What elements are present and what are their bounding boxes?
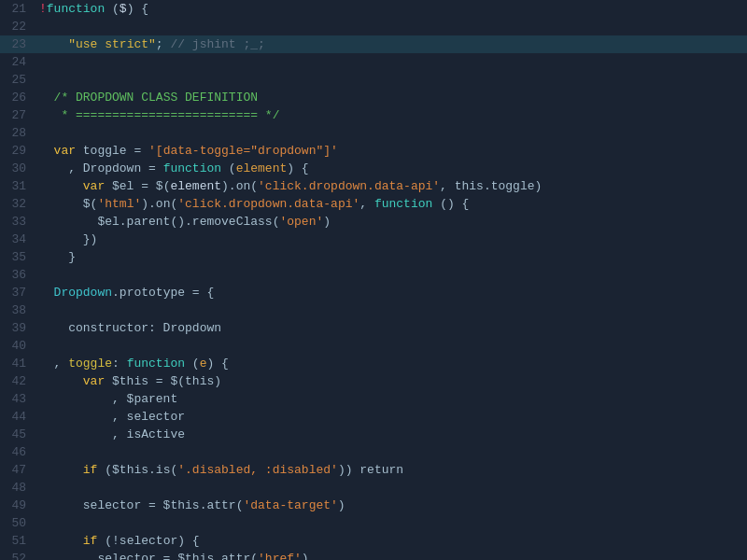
- code-token: '[data-toggle="dropdown"]': [148, 144, 338, 158]
- line-content: [35, 479, 747, 497]
- line-content: [35, 301, 747, 319]
- code-token: ) {: [287, 161, 308, 175]
- line-number: 39: [0, 321, 35, 335]
- line-content: , isActive: [35, 426, 747, 443]
- code-token: ).on(: [221, 179, 258, 193]
- code-token: 'href': [258, 552, 302, 560]
- line-number: 50: [0, 516, 35, 530]
- code-token: var: [83, 179, 105, 193]
- line-number: 34: [0, 232, 35, 246]
- line-number: 23: [0, 37, 35, 51]
- code-token: [39, 91, 54, 105]
- code-token: , this.toggle): [440, 179, 542, 193]
- code-token: !: [39, 2, 47, 16]
- line-content: , selector: [35, 408, 747, 426]
- line-number: 32: [0, 197, 35, 211]
- code-token: )) return: [338, 463, 403, 477]
- code-token: ): [302, 552, 309, 560]
- code-token: 'open': [279, 215, 323, 229]
- line-content: [35, 443, 747, 461]
- code-token: (: [185, 357, 200, 371]
- line-number: 52: [0, 552, 35, 560]
- code-token: :: [112, 357, 127, 371]
- line-content: [35, 266, 747, 284]
- code-token: $(: [39, 197, 97, 211]
- line-content: var toggle = '[data-toggle="dropdown"]': [35, 142, 747, 160]
- code-line: 49 selector = $this.attr('data-target'): [0, 497, 747, 514]
- line-number: 33: [0, 215, 35, 229]
- code-line: 31 var $el = $(element).on('click.dropdo…: [0, 177, 747, 195]
- code-token: ,: [359, 197, 374, 211]
- code-token: constructor: Dropdown: [39, 321, 221, 335]
- code-token: ;: [156, 37, 171, 51]
- code-token: (: [105, 2, 120, 16]
- code-token: ,: [39, 357, 68, 371]
- line-number: 45: [0, 427, 35, 441]
- code-token: [39, 374, 83, 388]
- code-token: (!selector) {: [97, 534, 199, 548]
- code-line: 50: [0, 514, 747, 532]
- line-content: , Dropdown = function (element) {: [35, 160, 747, 177]
- code-token: /* DROPDOWN CLASS DEFINITION: [54, 91, 258, 105]
- code-token: function: [163, 161, 221, 175]
- code-line: 33 $el.parent().removeClass('open'): [0, 213, 747, 231]
- code-token: function: [374, 197, 432, 211]
- code-line: 37 Dropdown.prototype = {: [0, 284, 747, 301]
- line-number: 25: [0, 73, 35, 87]
- code-token: if: [83, 463, 98, 477]
- code-token: $this = $(this): [105, 374, 221, 388]
- line-content: [35, 337, 747, 355]
- line-number: 43: [0, 392, 35, 406]
- code-token: var: [54, 144, 76, 158]
- code-token: if: [83, 534, 98, 548]
- code-line: 27 * ========================= */: [0, 106, 747, 124]
- line-content: }): [35, 231, 747, 248]
- code-token: , $parent: [39, 392, 177, 406]
- code-line: 42 var $this = $(this): [0, 372, 747, 390]
- code-token: , Dropdown =: [39, 161, 163, 175]
- code-token: $: [120, 2, 127, 16]
- code-token: selector = $this.attr(: [39, 552, 258, 560]
- line-content: $el.parent().removeClass('open'): [35, 213, 747, 231]
- code-token: [39, 534, 83, 548]
- code-token: ($this.is(: [97, 463, 177, 477]
- code-token: "use strict": [68, 37, 156, 51]
- code-line: 43 , $parent: [0, 390, 747, 408]
- code-line: 21!function ($) {: [0, 0, 747, 18]
- code-line: 22: [0, 18, 747, 35]
- code-line: 24: [0, 53, 747, 71]
- line-number: 51: [0, 534, 35, 548]
- code-token: 'data-target': [243, 498, 337, 512]
- code-token: ): [323, 215, 331, 229]
- code-token: [39, 108, 61, 122]
- code-line: 38: [0, 301, 747, 319]
- line-number: 27: [0, 108, 35, 122]
- line-content: [35, 514, 747, 532]
- code-line: 52 selector = $this.attr('href'): [0, 550, 747, 560]
- line-number: 26: [0, 91, 35, 105]
- line-content: /* DROPDOWN CLASS DEFINITION: [35, 89, 747, 106]
- line-number: 24: [0, 55, 35, 69]
- line-number: 28: [0, 126, 35, 140]
- code-line: 48: [0, 479, 747, 497]
- code-line: 28: [0, 124, 747, 142]
- line-number: 47: [0, 463, 35, 477]
- code-line: 40: [0, 337, 747, 355]
- line-number: 46: [0, 445, 35, 459]
- code-line: 46: [0, 443, 747, 461]
- code-token: ): [338, 498, 345, 512]
- line-number: 37: [0, 286, 35, 300]
- code-line: 30 , Dropdown = function (element) {: [0, 160, 747, 177]
- code-line: 25: [0, 71, 747, 89]
- code-token: 'click.dropdown.data-api': [258, 179, 440, 193]
- line-content: "use strict"; // jshint ;_;: [35, 35, 747, 53]
- code-token: }: [39, 250, 76, 264]
- code-token: 'click.dropdown.data-api': [177, 197, 359, 211]
- code-line: 26 /* DROPDOWN CLASS DEFINITION: [0, 89, 747, 106]
- code-token: ).on(: [141, 197, 177, 211]
- line-content: Dropdown.prototype = {: [35, 284, 747, 301]
- line-content: constructor: Dropdown: [35, 319, 747, 337]
- line-number: 21: [0, 2, 35, 16]
- code-line: 34 }): [0, 231, 747, 248]
- code-line: 35 }: [0, 248, 747, 266]
